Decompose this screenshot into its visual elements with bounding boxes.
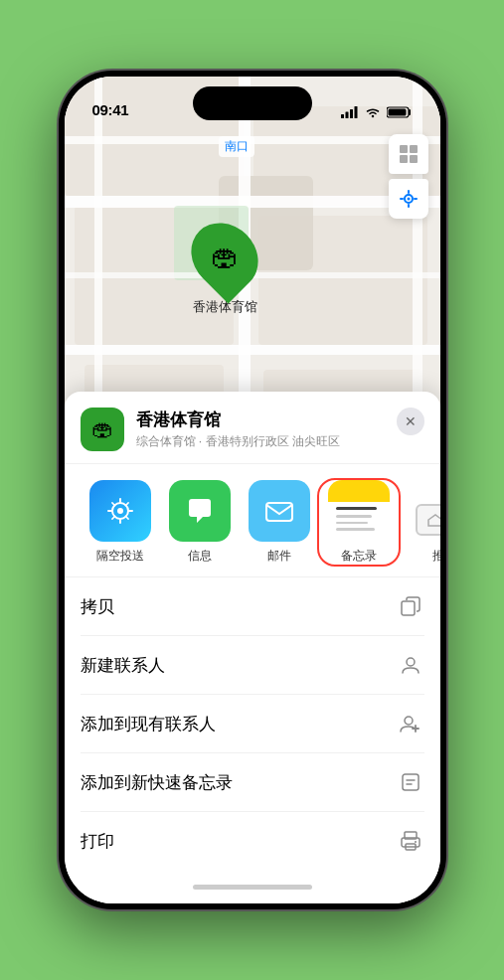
svg-rect-19 bbox=[400, 155, 408, 163]
dynamic-island bbox=[193, 86, 312, 120]
svg-point-30 bbox=[117, 508, 123, 514]
svg-rect-9 bbox=[65, 345, 440, 355]
signal-icon bbox=[341, 106, 359, 118]
sheet-header: 🏟 香港体育馆 综合体育馆 · 香港特别行政区 油尖旺区 ✕ bbox=[65, 392, 440, 464]
share-item-more[interactable]: 推 bbox=[399, 480, 440, 565]
svg-rect-35 bbox=[403, 774, 419, 790]
svg-rect-28 bbox=[388, 109, 406, 116]
phone-screen: 南口 🏟 香港体育馆 bbox=[65, 77, 440, 903]
mail-icon bbox=[249, 480, 310, 542]
copy-icon bbox=[397, 592, 424, 620]
share-item-notes[interactable]: 备忘录 bbox=[319, 480, 399, 565]
svg-rect-24 bbox=[345, 112, 348, 119]
airdrop-label: 隔空投送 bbox=[96, 548, 144, 565]
svg-rect-17 bbox=[400, 145, 408, 153]
phone-frame: 南口 🏟 香港体育馆 bbox=[59, 71, 446, 909]
svg-rect-31 bbox=[266, 503, 292, 521]
pin-icon-inner: 🏟 bbox=[211, 241, 239, 273]
messages-label: 信息 bbox=[188, 548, 212, 565]
share-item-airdrop[interactable]: 隔空投送 bbox=[81, 480, 160, 565]
print-label: 打印 bbox=[81, 830, 114, 853]
mail-label: 邮件 bbox=[267, 548, 291, 565]
share-item-messages[interactable]: 信息 bbox=[160, 480, 240, 565]
svg-rect-18 bbox=[410, 145, 418, 153]
action-quick-note[interactable]: 添加到新快速备忘录 bbox=[81, 753, 424, 812]
map-type-button[interactable] bbox=[389, 134, 428, 174]
home-bar bbox=[193, 885, 312, 890]
status-icons bbox=[341, 106, 413, 118]
notes-app-icon bbox=[328, 480, 390, 542]
venue-icon: 🏟 bbox=[81, 408, 124, 451]
svg-rect-32 bbox=[402, 601, 415, 615]
notes-label: 备忘录 bbox=[341, 548, 377, 565]
svg-point-22 bbox=[407, 198, 410, 201]
status-time: 09:41 bbox=[92, 101, 129, 118]
svg-point-39 bbox=[415, 841, 417, 843]
action-list: 拷贝 新建联系人 bbox=[65, 577, 440, 870]
print-icon bbox=[397, 827, 424, 855]
messages-icon bbox=[169, 480, 231, 542]
wifi-icon bbox=[365, 106, 381, 118]
battery-icon bbox=[387, 106, 413, 118]
add-existing-icon bbox=[397, 710, 424, 737]
svg-rect-25 bbox=[350, 109, 353, 118]
svg-rect-26 bbox=[354, 106, 357, 118]
close-button[interactable]: ✕ bbox=[397, 408, 424, 435]
venue-sub: 综合体育馆 · 香港特别行政区 油尖旺区 bbox=[136, 433, 424, 450]
quick-note-icon bbox=[397, 768, 424, 796]
more-label: 推 bbox=[432, 548, 440, 565]
svg-rect-23 bbox=[341, 114, 344, 118]
venue-info: 香港体育馆 综合体育馆 · 香港特别行政区 油尖旺区 bbox=[136, 408, 424, 450]
share-item-mail[interactable]: 邮件 bbox=[240, 480, 319, 565]
location-button[interactable] bbox=[389, 179, 428, 219]
home-indicator bbox=[65, 870, 440, 903]
action-copy[interactable]: 拷贝 bbox=[81, 577, 424, 636]
quick-note-label: 添加到新快速备忘录 bbox=[81, 771, 233, 794]
svg-rect-8 bbox=[65, 196, 440, 208]
new-contact-label: 新建联系人 bbox=[81, 654, 165, 677]
svg-rect-20 bbox=[410, 155, 418, 163]
airdrop-icon bbox=[89, 480, 151, 542]
share-row: 隔空投送 信息 bbox=[65, 464, 440, 577]
svg-point-33 bbox=[407, 658, 415, 666]
more-icon-container bbox=[408, 480, 440, 542]
north-label: 南口 bbox=[219, 136, 254, 157]
svg-point-34 bbox=[405, 717, 413, 725]
venue-name: 香港体育馆 bbox=[136, 408, 424, 431]
add-existing-label: 添加到现有联系人 bbox=[81, 713, 216, 735]
action-print[interactable]: 打印 bbox=[81, 812, 424, 870]
action-new-contact[interactable]: 新建联系人 bbox=[81, 636, 424, 695]
new-contact-icon bbox=[397, 651, 424, 679]
copy-label: 拷贝 bbox=[81, 595, 114, 618]
bottom-sheet: 🏟 香港体育馆 综合体育馆 · 香港特别行政区 油尖旺区 ✕ bbox=[65, 392, 440, 903]
action-add-existing[interactable]: 添加到现有联系人 bbox=[81, 695, 424, 753]
map-controls bbox=[389, 134, 428, 219]
location-pin: 🏟 香港体育馆 bbox=[193, 221, 257, 316]
